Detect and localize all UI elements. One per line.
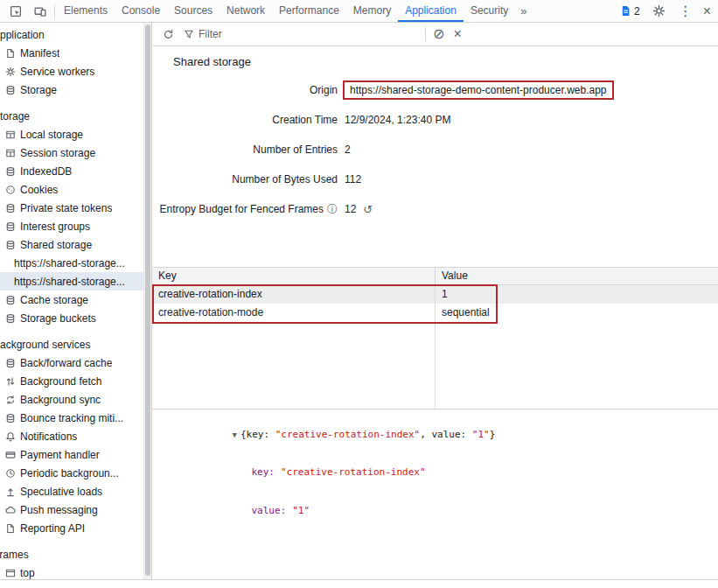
clock-icon <box>5 468 16 479</box>
item-label: Background fetch <box>20 375 101 388</box>
field-value-bytes: 112 <box>345 173 361 186</box>
sidebar-item-speculative-loads[interactable]: Speculative loads <box>0 482 143 500</box>
database-icon <box>5 295 16 305</box>
sidebar-item-reporting-api[interactable]: Reporting API <box>0 519 143 537</box>
sidebar-item-background-sync[interactable]: Background sync <box>0 390 143 409</box>
sidebar-scrollbar[interactable] <box>143 23 151 588</box>
kebab-menu-button[interactable]: ⋮ <box>679 4 693 18</box>
tab-network[interactable]: Network <box>220 0 272 22</box>
sidebar-item-indexeddb[interactable]: IndexedDB <box>0 162 143 180</box>
tab-performance[interactable]: Performance <box>272 0 346 22</box>
toolbar-divider <box>54 4 55 18</box>
bottom-edge <box>0 579 718 588</box>
metadata-report: Origin https://shared-storage-demo-conte… <box>152 75 718 224</box>
sidebar-item-private-state-tokens[interactable]: Private state tokens <box>0 199 143 217</box>
sidebar-item-session-storage[interactable]: Session storage <box>0 144 143 162</box>
item-label: Service workers <box>20 66 94 78</box>
field-value-entries: 2 <box>345 144 351 156</box>
filter-input[interactable] <box>199 28 418 40</box>
info-icon[interactable]: ⓘ <box>327 202 338 217</box>
reset-budget-icon[interactable]: ↺ <box>363 203 373 216</box>
database-icon <box>5 166 16 177</box>
item-label: Shared storage <box>20 239 92 251</box>
expander-icon[interactable]: ▼ <box>232 430 236 439</box>
property-name: key: <box>251 466 275 478</box>
table-icon <box>5 130 16 140</box>
item-label: top <box>20 567 35 579</box>
close-devtools-button[interactable]: × <box>703 4 711 18</box>
sidebar-item-storage-buckets[interactable]: Storage buckets <box>0 309 143 327</box>
field-row-entropy-budget: Entropy Budget for Fenced Frames ⓘ 12 ↺ <box>152 194 718 224</box>
sidebar-item-shared-storage-origin-2[interactable]: https://shared-storage... <box>0 272 143 290</box>
sidebar-item-shared-storage[interactable]: Shared storage <box>0 235 143 254</box>
content-scroll-area: Shared storage Origin https://shared-sto… <box>152 46 718 588</box>
sync-icon <box>5 395 16 405</box>
sidebar-item-local-storage[interactable]: Local storage <box>0 125 143 144</box>
tab-memory[interactable]: Memory <box>346 0 398 22</box>
cell-value: 1 <box>436 285 718 304</box>
database-icon <box>5 203 16 214</box>
item-label: Local storage <box>20 129 83 141</box>
badge-count: 2 <box>634 5 640 18</box>
column-divider <box>435 322 436 409</box>
annotation-origin-box: https://shared-storage-demo-content-prod… <box>343 80 614 100</box>
field-row-creation-time: Creation Time 12/9/2024, 1:23:40 PM <box>152 105 718 135</box>
content-toolbar: ⊘ × <box>152 23 718 46</box>
sidebar-item-manifest[interactable]: Manifest <box>0 44 143 62</box>
sidebar-item-notifications[interactable]: Notifications <box>0 427 143 445</box>
sidebar-item-payment-handler[interactable]: Payment handler <box>0 445 143 464</box>
field-label: Entropy Budget for Fenced Frames <box>160 203 324 215</box>
table-icon <box>5 148 16 158</box>
payment-card-icon <box>5 450 16 460</box>
preview-text: {key: <box>240 429 275 440</box>
tab-application[interactable]: Application <box>398 0 464 22</box>
property-value: "1" <box>292 505 310 516</box>
tab-sources[interactable]: Sources <box>167 0 220 22</box>
database-icon <box>5 313 16 324</box>
sidebar-item-back-forward-cache[interactable]: Back/forward cache <box>0 354 143 372</box>
shared-storage-view: ⊘ × Shared storage Origin https://shared… <box>151 23 718 588</box>
table-row[interactable]: creative-rotation-mode sequential <box>152 304 718 322</box>
sidebar-item-bounce-tracking-mitigations[interactable]: Bounce tracking miti... <box>0 409 143 427</box>
tab-security[interactable]: Security <box>464 0 515 22</box>
gear-icon <box>652 4 666 18</box>
database-icon <box>5 221 16 232</box>
table-row[interactable]: creative-rotation-index 1 <box>152 285 718 304</box>
sidebar-item-background-fetch[interactable]: Background fetch <box>0 372 143 390</box>
column-header-key[interactable]: Key <box>152 268 436 284</box>
preview-text: } <box>490 429 496 440</box>
settings-button[interactable] <box>651 3 668 20</box>
item-label: Push messaging <box>20 504 98 516</box>
sidebar-item-interest-groups[interactable]: Interest groups <box>0 217 143 235</box>
refresh-button[interactable] <box>159 25 177 43</box>
sidebar-item-periodic-background-sync[interactable]: Periodic backgroun... <box>0 464 143 482</box>
item-label: Private state tokens <box>20 202 112 214</box>
sidebar-item-service-workers[interactable]: Service workers <box>0 62 143 80</box>
sidebar-item-push-messaging[interactable]: Push messaging <box>0 500 143 519</box>
sidebar-item-cookies[interactable]: Cookies <box>0 180 143 199</box>
device-toolbar-button[interactable] <box>31 3 49 20</box>
sidebar-item-cache-storage[interactable]: Cache storage <box>0 290 143 309</box>
clear-all-button[interactable]: ⊘ <box>433 27 444 41</box>
scrollbar-thumb[interactable] <box>145 24 150 576</box>
inspect-element-button[interactable] <box>7 3 24 20</box>
page-title: Shared storage <box>173 55 718 68</box>
sidebar-item-shared-storage-origin-1[interactable]: https://shared-storage... <box>0 254 143 272</box>
column-header-value[interactable]: Value <box>436 268 718 284</box>
field-value-origin: https://shared-storage-demo-content-prod… <box>350 84 607 96</box>
messages-icon <box>620 5 631 17</box>
funnel-icon <box>184 29 194 39</box>
more-tabs-button[interactable]: » <box>515 0 532 22</box>
field-value-entropy: 12 <box>345 203 356 215</box>
item-label: Cache storage <box>20 294 88 306</box>
delete-selected-button[interactable]: × <box>453 27 461 41</box>
tab-console[interactable]: Console <box>115 0 167 22</box>
storage-items-table: Key Value creative-rotation-index 1 crea… <box>152 267 718 410</box>
sidebar-item-storage[interactable]: Storage <box>0 80 143 99</box>
item-label: Manifest <box>20 47 59 60</box>
tab-elements[interactable]: Elements <box>57 0 115 22</box>
database-icon <box>5 85 16 95</box>
updown-arrows-icon <box>5 376 16 387</box>
item-label: Back/forward cache <box>20 357 112 369</box>
console-messages-badge[interactable]: 2 <box>620 5 640 18</box>
